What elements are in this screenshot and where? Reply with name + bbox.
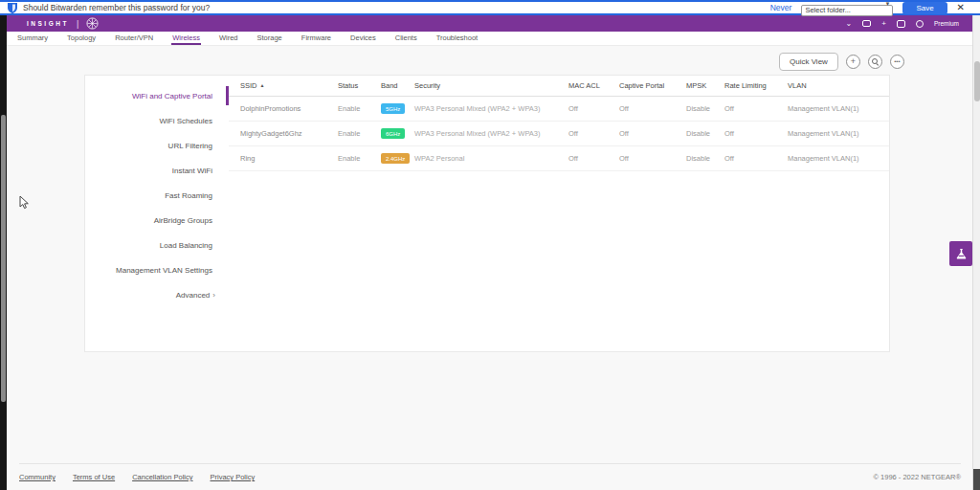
premium-label: Premium [934, 20, 959, 27]
sidebar-item[interactable]: Fast Roaming [85, 183, 229, 208]
quick-view-button[interactable]: Quick View [779, 53, 838, 71]
nav-tab[interactable]: Wireless [171, 32, 201, 45]
add-icon[interactable]: + [881, 20, 886, 28]
add-ssid-button[interactable]: + [846, 55, 860, 69]
column-header[interactable]: MPSK [686, 81, 724, 90]
save-button[interactable]: Save [902, 2, 947, 14]
column-header[interactable]: MAC ACL [568, 81, 619, 90]
rate-limiting-cell: Off [724, 154, 788, 163]
main-nav: Summary Topology Router/VPN Wireless Wir… [7, 32, 972, 46]
search-button[interactable] [868, 55, 882, 69]
column-header[interactable]: Status [338, 81, 381, 90]
app-header: INSIGHT | ⌄ + Premium [0, 15, 972, 32]
page-toolbar: Quick View + ••• [779, 53, 904, 71]
plus-icon: + [851, 57, 856, 66]
sidebar-item[interactable]: Management VLAN Settings [85, 257, 229, 282]
column-header[interactable]: VLAN [788, 81, 889, 90]
close-icon[interactable]: ✕ [957, 3, 965, 12]
footer-link[interactable]: Privacy Policy [211, 473, 256, 481]
folder-select[interactable]: Select folder... [801, 5, 893, 16]
band-badge: 6GHz [381, 128, 405, 139]
table-row[interactable]: DolphinPromotions Enable 5GHz WPA3 Perso… [229, 97, 889, 122]
ellipsis-icon: ••• [894, 57, 900, 66]
copyright-text: © 1996 - 2022 NETGEAR® [873, 473, 961, 481]
band-cell: 2.4GHz [381, 153, 414, 164]
nav-tab[interactable]: Firmware [301, 32, 332, 45]
nav-tab[interactable]: Summary [16, 32, 49, 45]
security-cell: WPA3 Personal Mixed (WPA2 + WPA3) [414, 129, 568, 138]
rate-limiting-cell: Off [724, 104, 788, 113]
sidebar-item[interactable]: Instant WiFi [85, 158, 229, 183]
search-icon [872, 58, 879, 65]
ssid-cell[interactable]: DolphinPromotions [229, 104, 338, 113]
nav-tab[interactable]: Storage [256, 32, 283, 45]
left-panel-scrollbar[interactable] [0, 15, 7, 490]
footer-link[interactable]: Community [19, 473, 56, 481]
never-button[interactable]: Never [770, 3, 792, 12]
sidebar-item-label: Instant WiFi [172, 167, 212, 175]
scan-icon[interactable] [897, 20, 905, 28]
status-cell: Enable [338, 129, 381, 138]
ssid-cell[interactable]: Ring [229, 154, 338, 163]
chat-icon[interactable] [862, 20, 871, 27]
scrollbar-bottom-block[interactable] [973, 469, 980, 490]
scrollbar-thumb[interactable] [974, 61, 980, 101]
insight-logo: INSIGHT [27, 20, 69, 27]
logo-divider: | [77, 19, 78, 29]
vlan-cell: Management VLAN(1) [788, 104, 889, 113]
account-icon[interactable] [916, 20, 924, 28]
table-row[interactable]: Ring Enable 2.4GHz WPA2 Personal Off Off… [229, 146, 889, 171]
nav-tab[interactable]: Devices [349, 32, 377, 45]
band-cell: 6GHz [381, 128, 414, 139]
table-row[interactable]: MightyGadget6Ghz Enable 6GHz WPA3 Person… [229, 122, 889, 146]
band-cell: 5GHz [381, 103, 414, 114]
more-options-button[interactable]: ••• [890, 55, 904, 69]
footer-link[interactable]: Terms of Use [73, 473, 115, 481]
sidebar-item[interactable]: WiFi and Captive Portal [85, 83, 229, 108]
captive-portal-cell: Off [619, 154, 686, 163]
footer-link[interactable]: Cancellation Policy [132, 473, 192, 481]
sidebar-item[interactable]: AirBridge Groups [85, 208, 229, 233]
status-cell: Enable [338, 104, 381, 113]
sidebar-item[interactable]: Load Balancing [85, 233, 229, 257]
mac-acl-cell: Off [568, 129, 619, 138]
vertical-scrollbar[interactable]: ▲ [972, 0, 980, 490]
sidebar-item-label: Load Balancing [160, 241, 212, 250]
nav-tab[interactable]: Router/VPN [114, 32, 154, 45]
netgear-emblem-icon [86, 17, 99, 30]
nav-tab[interactable]: Troubleshoot [435, 32, 479, 45]
mac-acl-cell: Off [568, 104, 619, 113]
page-footer: Community Terms of Use Cancellation Poli… [19, 463, 961, 481]
mpsk-cell: Disable [686, 129, 724, 138]
vlan-cell: Management VLAN(1) [788, 154, 889, 163]
column-header[interactable]: Captive Portal [619, 81, 686, 90]
sidebar-item[interactable]: WiFi Schedules [85, 108, 229, 133]
sidebar-item-label: WiFi and Captive Portal [132, 92, 212, 100]
vlan-cell: Management VLAN(1) [788, 129, 889, 138]
column-header[interactable]: Rate Limiting [724, 81, 788, 90]
bitwarden-shield-icon [8, 3, 17, 13]
captive-portal-cell: Off [619, 104, 686, 113]
left-scrollbar-thumb[interactable] [1, 115, 6, 402]
nav-tab[interactable]: Topology [66, 32, 97, 45]
bitwarden-message: Should Bitwarden remember this password … [23, 3, 210, 12]
mac-acl-cell: Off [568, 154, 619, 163]
sidebar-item-label: AirBridge Groups [154, 216, 212, 225]
feedback-flask-button[interactable] [949, 241, 972, 266]
mpsk-cell: Disable [686, 154, 724, 163]
column-header[interactable]: SSID▲ [229, 81, 338, 90]
nav-tab[interactable]: Wired [218, 32, 239, 45]
folder-select-wrap: Select folder... ▼ [801, 0, 893, 16]
sidebar-item[interactable]: URL Filtering [85, 133, 229, 158]
chevron-down-icon[interactable]: ⌄ [846, 20, 853, 28]
column-header[interactable]: Security [414, 81, 568, 90]
chevron-right-icon: › [212, 291, 215, 300]
sidebar-item[interactable]: Advanced › [85, 282, 229, 307]
netgear-insight-screen: Should Bitwarden remember this password … [0, 0, 980, 490]
nav-tab[interactable]: Clients [394, 32, 418, 45]
ssid-cell[interactable]: MightyGadget6Ghz [229, 129, 338, 138]
sidebar-item-label: Management VLAN Settings [116, 266, 212, 275]
column-header[interactable]: Band [381, 81, 414, 90]
band-badge: 5GHz [381, 103, 405, 114]
ssid-table-header: SSID▲ Status Band Security MAC ACL Capti… [229, 76, 889, 97]
